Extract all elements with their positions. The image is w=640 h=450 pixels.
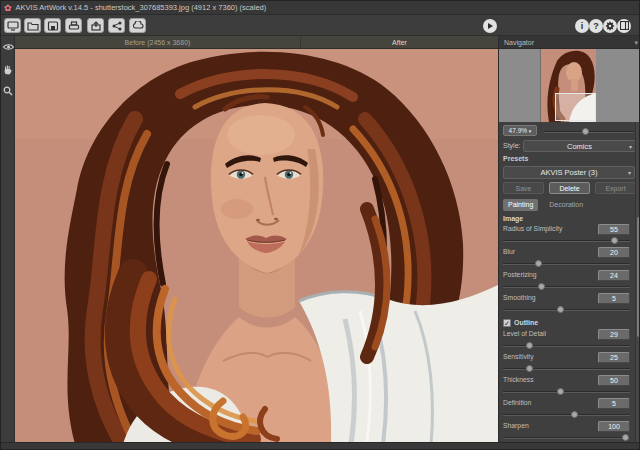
portrait-illustration xyxy=(15,49,498,444)
slider-track-radius-of-simplicity[interactable] xyxy=(503,240,630,242)
tab-decoration[interactable]: Decoration xyxy=(544,199,588,211)
parameters-area: Image Radius of Simplicity55Blur20Poster… xyxy=(499,213,636,444)
style-dropdown[interactable]: Comics▾ xyxy=(523,140,636,152)
slider-track-smoothing[interactable] xyxy=(503,309,630,311)
publish-icon[interactable] xyxy=(108,18,125,33)
slider-row-blur: Blur20 xyxy=(499,247,636,270)
slider-value-smoothing[interactable]: 5 xyxy=(598,293,630,304)
akvis-flower-icon: ✿ xyxy=(4,3,12,13)
preset-dropdown[interactable]: AKVIS Poster (3)▾ xyxy=(503,166,635,179)
info-icon[interactable]: i xyxy=(575,19,589,33)
slider-label-level-of-detail: Level of Detail xyxy=(503,330,546,337)
status-bar xyxy=(1,442,640,449)
slider-row-thickness: Thickness50 xyxy=(499,375,636,398)
export-preset-button[interactable]: Export xyxy=(595,182,636,194)
slider-value-blur[interactable]: 20 xyxy=(598,247,630,258)
chevron-down-icon: ▾ xyxy=(628,167,631,179)
slider-track-blur[interactable] xyxy=(503,263,630,265)
slider-value-radius-of-simplicity[interactable]: 55 xyxy=(598,224,630,235)
slider-label-blur: Blur xyxy=(503,248,515,255)
print-icon[interactable] xyxy=(65,18,82,33)
slider-handle-blur[interactable] xyxy=(535,260,542,267)
navigator-header: Navigator ▾ xyxy=(499,36,640,49)
slider-label-thickness: Thickness xyxy=(503,376,534,383)
slider-row-sharpen: Sharpen100 xyxy=(499,421,636,444)
slider-value-definition[interactable]: 5 xyxy=(598,398,630,409)
tool-strip xyxy=(1,36,15,444)
slider-label-radius-of-simplicity: Radius of Simplicity xyxy=(503,225,562,232)
outline-header: ✓ Outline xyxy=(499,316,636,329)
slider-label-smoothing: Smoothing xyxy=(503,294,536,301)
slider-handle-sensitivity[interactable] xyxy=(526,365,533,372)
slider-value-level-of-detail[interactable]: 29 xyxy=(598,329,630,340)
hand-tool[interactable] xyxy=(2,62,14,76)
slider-handle-smoothing[interactable] xyxy=(557,306,564,313)
share-icon[interactable] xyxy=(87,18,104,33)
zoom-tool[interactable] xyxy=(2,84,14,98)
navigator-preview[interactable] xyxy=(499,49,640,122)
slider-value-sensitivity[interactable]: 25 xyxy=(598,352,630,363)
zoom-slider-handle[interactable] xyxy=(582,128,589,135)
window-title: AKVIS ArtWork v.14.5 - shutterstock_3076… xyxy=(16,3,267,12)
slider-track-sharpen[interactable] xyxy=(503,437,630,439)
outline-section-label: Outline xyxy=(514,319,538,326)
slider-row-posterizing: Posterizing24 xyxy=(499,270,636,293)
tab-before[interactable]: Before (2456 x 3680) xyxy=(15,36,301,48)
preview-eye-tool[interactable] xyxy=(2,40,14,54)
image-canvas[interactable] xyxy=(15,49,498,444)
title-bar: ✿ AKVIS ArtWork v.14.5 - shutterstock_30… xyxy=(1,1,640,15)
slider-handle-thickness[interactable] xyxy=(557,388,564,395)
settings-icon[interactable] xyxy=(603,19,617,33)
outline-checkbox[interactable]: ✓ xyxy=(503,319,511,327)
slider-row-smoothing: Smoothing5 xyxy=(499,293,636,316)
outline-sliders: Level of Detail29Sensitivity25Thickness5… xyxy=(499,329,636,444)
nav-menu-icon[interactable]: ▾ xyxy=(634,36,638,49)
slider-track-definition[interactable] xyxy=(503,414,630,416)
slider-handle-level-of-detail[interactable] xyxy=(526,342,533,349)
slider-value-posterizing[interactable]: 24 xyxy=(598,270,630,281)
slider-row-definition: Definition5 xyxy=(499,398,636,421)
slider-handle-posterizing[interactable] xyxy=(538,283,545,290)
style-label: Style: xyxy=(503,142,521,149)
navigator-title: Navigator xyxy=(504,39,534,46)
slider-track-posterizing[interactable] xyxy=(503,286,630,288)
zoom-slider-track[interactable] xyxy=(544,131,634,133)
slider-value-thickness[interactable]: 50 xyxy=(598,375,630,386)
navigator-view-frame[interactable] xyxy=(555,93,596,121)
image-section-label: Image xyxy=(499,213,636,224)
tab-after[interactable]: After xyxy=(301,36,498,48)
panels-icon[interactable] xyxy=(617,19,631,33)
slider-label-posterizing: Posterizing xyxy=(503,271,537,278)
view-tab-bar: Before (2456 x 3680) After xyxy=(15,36,498,49)
save-image-icon[interactable] xyxy=(44,18,61,33)
slider-handle-sharpen[interactable] xyxy=(622,434,629,441)
slider-row-level-of-detail: Level of Detail29 xyxy=(499,329,636,352)
slider-track-level-of-detail[interactable] xyxy=(503,345,630,347)
panel-scrollbar[interactable] xyxy=(635,122,640,444)
save-preset-button[interactable]: Save xyxy=(503,182,544,194)
settings-panel: Navigator ▾ 47.9% ▾ Sty xyxy=(498,36,640,444)
slider-handle-radius-of-simplicity[interactable] xyxy=(611,237,618,244)
style-row: Style: Comics▾ xyxy=(499,139,640,154)
slider-value-sharpen[interactable]: 100 xyxy=(598,421,630,432)
slider-label-sensitivity: Sensitivity xyxy=(503,353,534,360)
slider-track-sensitivity[interactable] xyxy=(503,368,630,370)
app-window: ✿ AKVIS ArtWork v.14.5 - shutterstock_30… xyxy=(0,0,640,450)
export-icon[interactable] xyxy=(129,18,146,33)
chevron-down-icon: ▾ xyxy=(629,141,632,153)
panel-tabs: Painting Decoration xyxy=(503,199,588,211)
play-icon[interactable] xyxy=(483,19,497,33)
open-image-icon[interactable] xyxy=(24,18,41,33)
slider-label-definition: Definition xyxy=(503,399,531,406)
zoom-controls: 47.9% ▾ xyxy=(499,122,640,139)
workspace-icon[interactable] xyxy=(4,18,21,33)
help-icon[interactable]: ? xyxy=(589,19,603,33)
main-toolbar: i ? xyxy=(1,15,640,36)
zoom-value-dropdown[interactable]: 47.9% ▾ xyxy=(503,125,537,136)
slider-track-thickness[interactable] xyxy=(503,391,630,393)
presets-label: Presets xyxy=(503,155,528,162)
preset-buttons: Save Delete Export xyxy=(499,182,640,197)
tab-painting[interactable]: Painting xyxy=(503,199,538,211)
slider-handle-definition[interactable] xyxy=(571,411,578,418)
delete-preset-button[interactable]: Delete xyxy=(549,182,590,194)
